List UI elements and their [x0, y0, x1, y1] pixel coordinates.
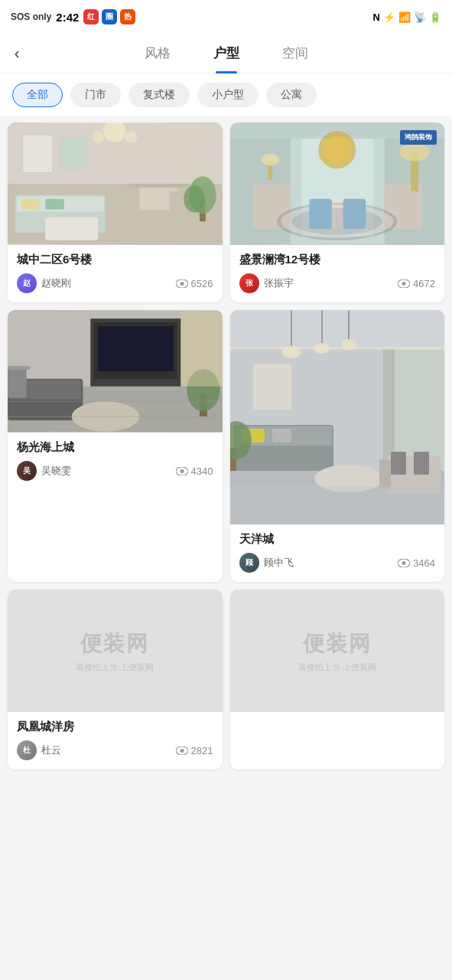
wifi-icon: 📡 — [414, 11, 426, 23]
app-icon-red: 红 — [83, 9, 99, 24]
card-2-author-name: 张振宇 — [264, 276, 294, 290]
svg-rect-54 — [180, 311, 222, 386]
bluetooth-icon: ⚡ — [383, 11, 395, 23]
card-1-meta: 赵 赵晓刚 6526 — [17, 273, 213, 293]
card-2-views: 4672 — [398, 278, 435, 289]
card-4-image — [230, 310, 445, 524]
nav-bar: ‹ 风格 户型 空间 — [0, 34, 452, 74]
svg-rect-4 — [21, 199, 41, 210]
card-4-author-name: 顾中飞 — [264, 556, 294, 570]
card-5[interactable]: 便装网 装修怕上当·上便装网 凤凰城洋房 杜 杜云 2821 — [8, 590, 223, 769]
eye-icon-3 — [176, 467, 188, 475]
svg-rect-15 — [170, 191, 181, 221]
svg-rect-52 — [8, 368, 27, 397]
filter-all[interactable]: 全部 — [12, 83, 63, 107]
card-3-author: 吴 吴晓雯 — [17, 461, 71, 481]
card-4-author: 顾 顾中飞 — [239, 553, 294, 573]
card-4-views: 3464 — [398, 557, 435, 569]
svg-rect-7 — [23, 135, 53, 172]
card-1-image — [8, 122, 223, 245]
card-2-info: 盛景澜湾12号楼 张 张振宇 4672 — [230, 245, 445, 302]
svg-rect-35 — [309, 199, 332, 229]
card-grid: 城中二区6号楼 赵 赵晓刚 6526 — [0, 122, 452, 769]
card-2-image: 鸿鹄装饰 — [230, 122, 445, 245]
svg-rect-60 — [230, 310, 445, 348]
svg-point-34 — [291, 207, 382, 234]
filter-small[interactable]: 小户型 — [197, 83, 259, 107]
card-5-watermark: 便装网 装修怕上当·上便装网 — [76, 629, 154, 673]
card-6-image: 便装网 装修怕上当·上便装网 — [230, 590, 445, 712]
svg-point-11 — [125, 131, 138, 143]
svg-rect-6 — [45, 217, 98, 240]
svg-rect-79 — [414, 452, 429, 475]
card-4-title: 天洋城 — [239, 532, 436, 547]
card-3-image — [8, 310, 223, 433]
svg-rect-8 — [60, 139, 86, 168]
svg-rect-53 — [8, 366, 31, 370]
card-5-title: 凤凰城洋房 — [17, 720, 213, 734]
tab-style[interactable]: 风格 — [123, 34, 192, 74]
status-left: SOS only 2:42 红 圈 热 — [11, 9, 135, 24]
card-1[interactable]: 城中二区6号楼 赵 赵晓刚 6526 — [8, 122, 223, 302]
card-1-info: 城中二区6号楼 赵 赵晓刚 6526 — [8, 245, 223, 302]
app-icons: 红 圈 热 — [83, 9, 135, 24]
svg-rect-80 — [253, 364, 291, 410]
svg-point-18 — [184, 185, 205, 212]
nfc-icon: N — [373, 11, 380, 23]
svg-rect-84 — [230, 347, 445, 350]
card-4-avatar: 顾 — [239, 553, 259, 573]
back-button[interactable]: ‹ — [0, 34, 34, 74]
card-2-title: 盛景澜湾12号楼 — [239, 253, 436, 267]
svg-rect-78 — [391, 452, 406, 475]
card-5-image: 便装网 装修怕上当·上便装网 — [8, 590, 223, 712]
card-5-meta: 杜 杜云 2821 — [17, 740, 213, 760]
status-sos-text: SOS only — [11, 11, 51, 22]
card-3-title: 杨光海上城 — [17, 440, 213, 455]
eye-icon-4 — [398, 559, 410, 567]
card-1-views: 6526 — [176, 278, 213, 289]
card-3-author-name: 吴晓雯 — [41, 464, 71, 478]
card-4[interactable]: 天洋城 顾 顾中飞 3464 — [230, 310, 445, 582]
card-4-meta: 顾 顾中飞 3464 — [239, 553, 436, 573]
svg-rect-12 — [128, 184, 188, 188]
card-1-title: 城中二区6号楼 — [17, 253, 213, 267]
card-2-author: 张 张振宇 — [239, 273, 294, 293]
app-icon-orange: 热 — [120, 9, 135, 24]
card-1-author: 赵 赵晓刚 — [17, 273, 71, 293]
svg-point-26 — [324, 136, 350, 163]
filter-apartment[interactable]: 公寓 — [266, 83, 317, 107]
card-5-author: 杜 杜云 — [17, 740, 61, 760]
card-2-meta: 张 张振宇 4672 — [239, 273, 436, 293]
card-5-info: 凤凰城洋房 杜 杜云 2821 — [8, 712, 223, 769]
svg-point-38 — [261, 154, 279, 166]
tab-floor-plan[interactable]: 户型 — [192, 34, 261, 74]
svg-rect-83 — [230, 486, 445, 524]
filter-store[interactable]: 门市 — [70, 83, 121, 107]
card-2-logo: 鸿鹄装饰 — [400, 130, 437, 145]
eye-icon-2 — [398, 279, 410, 288]
svg-rect-46 — [98, 326, 173, 371]
signal-icon: 📶 — [398, 11, 411, 23]
svg-point-40 — [402, 282, 406, 286]
card-2[interactable]: 鸿鹄装饰 盛景澜湾12号楼 张 张振宇 4672 — [230, 122, 445, 302]
card-5-views: 2821 — [176, 745, 213, 756]
status-bar: SOS only 2:42 红 圈 热 N ⚡ 📶 📡 🔋 — [0, 0, 452, 34]
card-4-info: 天洋城 顾 顾中飞 3464 — [230, 524, 445, 582]
tab-space[interactable]: 空间 — [261, 34, 330, 74]
app-icon-blue: 圈 — [102, 9, 117, 24]
card-3[interactable]: 杨光海上城 吴 吴晓雯 4340 — [8, 310, 223, 582]
card-6[interactable]: 便装网 装修怕上当·上便装网 — [230, 590, 445, 769]
back-icon: ‹ — [15, 44, 20, 62]
card-3-avatar: 吴 — [17, 461, 37, 481]
eye-icon-5 — [176, 746, 188, 755]
battery-icon: 🔋 — [429, 11, 441, 23]
filter-duplex[interactable]: 复式楼 — [128, 83, 190, 107]
card-3-meta: 吴 吴晓雯 4340 — [17, 461, 213, 481]
svg-rect-14 — [125, 191, 136, 221]
svg-rect-74 — [272, 429, 291, 443]
svg-point-10 — [92, 131, 104, 143]
card-1-avatar: 赵 — [17, 273, 37, 293]
card-5-avatar: 杜 — [17, 740, 37, 760]
svg-point-20 — [180, 282, 184, 286]
svg-point-58 — [180, 469, 184, 473]
